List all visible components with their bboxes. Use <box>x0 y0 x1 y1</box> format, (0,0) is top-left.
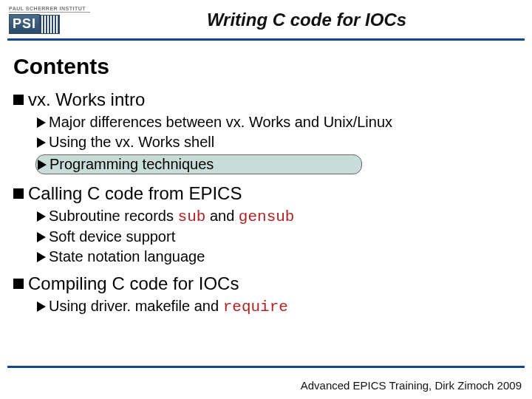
section-items: Subroutine records sub and gensub Soft d… <box>35 207 519 266</box>
triangle-bullet-icon <box>38 160 47 170</box>
list-item: Soft device support <box>35 228 519 246</box>
list-item: Using driver. makefile and require <box>35 297 519 316</box>
triangle-bullet-icon <box>37 211 46 222</box>
section-heading: Calling C code from EPICS <box>13 183 519 204</box>
slide-title: Writing C code for IOCs <box>90 10 523 30</box>
list-item: Using the vx. Works shell <box>35 133 519 151</box>
footer-text: Advanced EPICS Training, Dirk Zimoch 200… <box>301 379 522 392</box>
section-label: Compiling C code for IOCs <box>28 273 239 293</box>
section-label: Calling C code from EPICS <box>28 183 242 203</box>
psi-abbrev: PSI <box>9 14 40 34</box>
section-heading: vx. Works intro <box>13 89 519 110</box>
list-item-highlighted: Programming techniques <box>35 154 362 174</box>
header: PAUL SCHERRER INSTITUT PSI Writing C cod… <box>0 0 532 38</box>
section-items: Using driver. makefile and require <box>35 297 519 316</box>
slide-content: Contents vx. Works intro Major differenc… <box>0 41 532 316</box>
triangle-bullet-icon <box>37 301 46 312</box>
section-heading: Compiling C code for IOCs <box>13 273 519 294</box>
psi-logo: PAUL SCHERRER INSTITUT PSI <box>9 6 90 34</box>
section-items: Major differences between vx. Works and … <box>35 113 519 176</box>
contents-heading: Contents <box>13 54 519 79</box>
list-item: Subroutine records sub and gensub <box>35 207 519 226</box>
square-bullet-icon <box>13 188 24 199</box>
triangle-bullet-icon <box>37 252 46 262</box>
square-bullet-icon <box>13 279 24 289</box>
divider-bottom <box>7 366 525 368</box>
triangle-bullet-icon <box>37 232 46 242</box>
triangle-bullet-icon <box>37 117 46 128</box>
section-label: vx. Works intro <box>28 89 145 109</box>
list-item: Major differences between vx. Works and … <box>35 113 519 132</box>
code-keyword: sub <box>178 208 206 225</box>
code-keyword: require <box>223 299 288 316</box>
triangle-bullet-icon <box>37 137 46 148</box>
code-keyword: gensub <box>239 208 295 225</box>
list-item: State notation language <box>35 248 519 266</box>
psi-stripes-icon <box>40 15 60 34</box>
institute-name: PAUL SCHERRER INSTITUT <box>9 6 90 13</box>
square-bullet-icon <box>13 95 24 105</box>
